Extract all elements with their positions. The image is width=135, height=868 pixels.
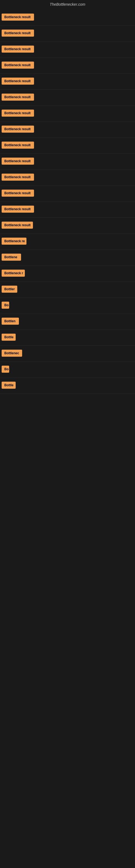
list-item: Bottlene [0, 250, 135, 266]
bottleneck-badge[interactable]: Bottleneck result [2, 126, 34, 133]
list-item: Bottleneck r [0, 266, 135, 282]
bottleneck-badge[interactable]: Bottlenec [2, 350, 22, 357]
bottleneck-badge[interactable]: Bottleneck result [2, 78, 34, 85]
list-item: Bottleneck result [0, 26, 135, 42]
bottleneck-badge[interactable]: Bottler [2, 286, 17, 293]
list-item: Bottler [0, 282, 135, 298]
bottleneck-badge[interactable]: Bottleneck result [2, 158, 34, 165]
bottleneck-badge[interactable]: Bottleneck result [2, 190, 34, 197]
list-item: Bottle [0, 378, 135, 394]
list-item: Bottleneck re [0, 234, 135, 250]
bottleneck-badge[interactable]: Bottle [2, 334, 16, 341]
bottleneck-badge[interactable]: Bottleneck result [2, 174, 34, 181]
list-item: Bottleneck result [0, 58, 135, 74]
bottleneck-badge[interactable]: Bottleneck result [2, 45, 34, 53]
bottleneck-badge[interactable]: Bottleneck result [2, 142, 34, 149]
bottleneck-badge[interactable]: Bottleneck result [2, 13, 34, 21]
bottleneck-badge[interactable]: Bottleneck result [2, 62, 34, 69]
list-item: Bo [0, 298, 135, 314]
list-item: Bottleneck result [0, 74, 135, 90]
bottleneck-badge[interactable]: Bo [2, 302, 9, 309]
items-container: Bottleneck resultBottleneck resultBottle… [0, 9, 135, 395]
list-item: Bottleneck result [0, 106, 135, 122]
list-item: Bottleneck result [0, 42, 135, 58]
site-title: TheBottlenecker.com [0, 0, 135, 9]
list-item: Bottleneck result [0, 90, 135, 106]
bottleneck-badge[interactable]: Bottleneck re [2, 238, 27, 245]
list-item: Bo [0, 362, 135, 378]
bottleneck-badge[interactable]: Bottleneck result [2, 110, 34, 117]
bottleneck-badge[interactable]: Bottleneck result [2, 30, 34, 37]
list-item: Bottleneck result [0, 122, 135, 138]
bottleneck-badge[interactable]: Bottlene [2, 254, 21, 261]
bottleneck-badge[interactable]: Bottleneck result [2, 222, 33, 229]
bottleneck-badge[interactable]: Bottleneck r [2, 270, 25, 277]
list-item: Bottleneck result [0, 218, 135, 234]
list-item: Bottlen [0, 314, 135, 330]
list-item: Bottle [0, 330, 135, 346]
list-item: Bottleneck result [0, 170, 135, 186]
list-item: Bottleneck result [0, 154, 135, 170]
site-header: TheBottlenecker.com [0, 0, 135, 9]
bottleneck-badge[interactable]: Bottle [2, 382, 16, 389]
list-item: Bottleneck result [0, 186, 135, 202]
bottleneck-badge[interactable]: Bottlen [2, 318, 19, 325]
bottleneck-badge[interactable]: Bottleneck result [2, 206, 34, 213]
bottleneck-badge[interactable]: Bo [2, 366, 9, 373]
bottleneck-badge[interactable]: Bottleneck result [2, 94, 34, 101]
list-item: Bottleneck result [0, 10, 135, 26]
list-item: Bottleneck result [0, 202, 135, 218]
list-item: Bottlenec [0, 346, 135, 362]
list-item: Bottleneck result [0, 138, 135, 154]
